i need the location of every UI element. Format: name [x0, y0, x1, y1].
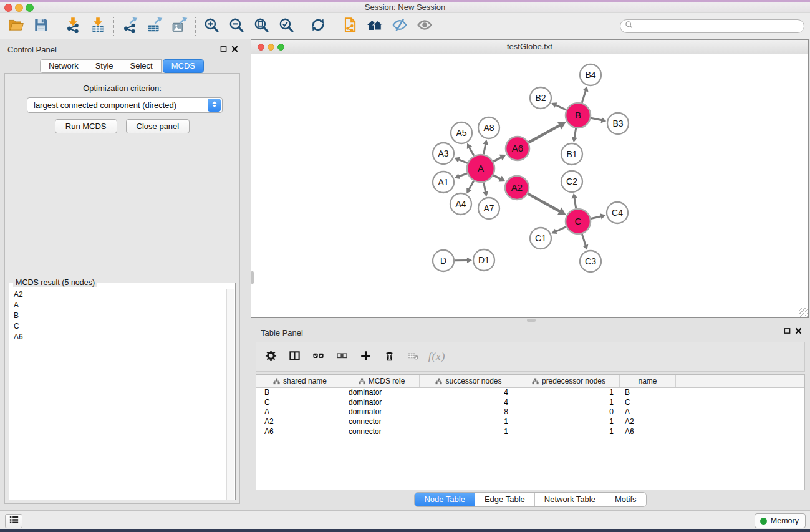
tab-node-table[interactable]: Node Table — [415, 493, 475, 506]
export-table-button[interactable] — [142, 15, 167, 37]
edge-A2-C[interactable] — [528, 194, 560, 211]
table-row[interactable]: Bdominator41B — [256, 388, 804, 398]
network-window-titlebar[interactable]: testGlobe.txt — [251, 40, 808, 54]
cell[interactable]: 0 — [518, 407, 620, 417]
close-panel-button[interactable]: Close panel — [126, 119, 190, 133]
table-row[interactable]: Adominator80A — [256, 407, 804, 417]
tab-edge-table[interactable]: Edge Table — [475, 493, 535, 506]
vertical-scrollbar-thumb[interactable] — [251, 271, 254, 284]
zoom-in-button[interactable] — [199, 15, 224, 37]
table-settings-button[interactable] — [261, 346, 281, 367]
cell[interactable]: 1 — [518, 417, 620, 427]
edge-B-B2[interactable] — [556, 105, 566, 110]
mcds-result-item[interactable]: A — [9, 299, 227, 310]
cell[interactable]: 4 — [420, 398, 518, 408]
cell[interactable]: 4 — [420, 388, 518, 398]
delete-column-button[interactable] — [380, 346, 399, 367]
import-table-button[interactable] — [85, 15, 110, 37]
cell[interactable]: 1 — [420, 417, 518, 427]
cell[interactable]: dominator — [344, 388, 420, 398]
edge-A-A2[interactable] — [493, 175, 501, 179]
column-header-MCDS-role[interactable]: MCDS role — [344, 375, 420, 387]
hide-panels-button[interactable] — [387, 15, 412, 37]
cell[interactable]: A2 — [620, 417, 676, 427]
network-zoom-icon[interactable] — [277, 44, 284, 51]
tab-mcds[interactable]: MCDS — [163, 59, 204, 73]
edge-A6-B[interactable] — [529, 125, 560, 143]
tab-select[interactable]: Select — [122, 59, 162, 73]
edge-C-C2[interactable] — [574, 198, 576, 208]
minimize-window-icon[interactable] — [15, 4, 23, 12]
mcds-result-item[interactable]: A6 — [9, 331, 227, 342]
edge-B-B3[interactable] — [591, 118, 602, 120]
refresh-button[interactable] — [306, 15, 330, 37]
edge-A-A6[interactable] — [493, 157, 501, 162]
cell[interactable]: 8 — [420, 407, 518, 417]
cell[interactable]: dominator — [344, 407, 420, 417]
tab-network[interactable]: Network — [40, 59, 87, 73]
cell[interactable]: A2 — [256, 417, 344, 427]
edge-C-C1[interactable] — [556, 227, 566, 232]
run-mcds-button[interactable]: Run MCDS — [55, 119, 117, 133]
show-panel-button[interactable] — [412, 15, 437, 37]
zoom-out-button[interactable] — [224, 15, 249, 37]
column-header-predecessor-nodes[interactable]: predecessor nodes — [518, 375, 620, 387]
cell[interactable]: 1 — [420, 427, 518, 437]
cell[interactable]: C — [620, 398, 676, 408]
mcds-result-item[interactable]: B — [9, 310, 227, 321]
tab-motifs[interactable]: Motifs — [605, 493, 646, 506]
cell[interactable]: A — [256, 407, 344, 417]
cell[interactable]: A6 — [620, 427, 676, 437]
close-panel-icon[interactable] — [230, 45, 239, 54]
cell[interactable]: 1 — [518, 427, 620, 437]
memory-button[interactable]: Memory — [755, 513, 806, 528]
task-history-button[interactable] — [5, 514, 22, 528]
export-image-button[interactable] — [167, 15, 192, 37]
cell[interactable]: 1 — [518, 398, 620, 408]
cell[interactable]: dominator — [344, 398, 420, 408]
cell[interactable]: A6 — [256, 427, 344, 437]
edge-A-A3[interactable] — [458, 160, 467, 163]
edge-A-A5[interactable] — [469, 147, 474, 156]
cell[interactable]: B — [256, 388, 344, 398]
deselect-all-columns-button[interactable] — [332, 346, 352, 367]
new-network-button[interactable] — [337, 15, 362, 37]
edge-A-A4[interactable] — [469, 181, 474, 190]
criterion-select[interactable]: largest connected component (directed) — [27, 97, 223, 113]
table-float-panel-icon[interactable] — [783, 327, 791, 336]
edge-B-B1[interactable] — [574, 128, 576, 138]
import-network-button[interactable] — [60, 15, 85, 37]
zoom-fit-button[interactable] — [249, 15, 274, 37]
mcds-result-item[interactable]: C — [9, 321, 227, 331]
tab-style[interactable]: Style — [87, 59, 122, 73]
edge-A-A7[interactable] — [484, 183, 486, 193]
result-scrollbar[interactable] — [226, 289, 234, 500]
table-close-panel-icon[interactable] — [794, 327, 803, 336]
cell[interactable]: connector — [344, 427, 420, 437]
edge-C-C4[interactable] — [591, 216, 601, 219]
column-header-name[interactable]: name — [620, 375, 676, 387]
search-input[interactable] — [620, 19, 804, 33]
cell[interactable]: A — [620, 407, 676, 417]
cell[interactable]: 1 — [518, 388, 620, 398]
edge-A-A1[interactable] — [459, 173, 468, 177]
save-session-button[interactable] — [29, 15, 54, 37]
edge-B-B4[interactable] — [582, 90, 586, 103]
select-all-columns-button[interactable] — [309, 346, 328, 367]
edge-A-A8[interactable] — [484, 144, 486, 155]
zoom-window-icon[interactable] — [26, 4, 34, 12]
float-panel-icon[interactable] — [219, 45, 228, 54]
table-row[interactable]: A2connector11A2 — [256, 417, 804, 427]
mcds-result-list[interactable]: A2ABCA6 — [9, 289, 227, 500]
toggle-column-view-button[interactable] — [285, 346, 304, 367]
network-minimize-icon[interactable] — [268, 44, 274, 51]
column-header-shared-name[interactable]: shared name — [256, 375, 344, 387]
window-resize-grip[interactable] — [799, 308, 808, 317]
cell[interactable]: connector — [344, 417, 420, 427]
column-header-successor-nodes[interactable]: successor nodes — [420, 375, 518, 387]
network-close-icon[interactable] — [258, 44, 264, 51]
zoom-selected-button[interactable] — [274, 15, 299, 37]
home-button[interactable] — [362, 15, 387, 37]
table-row[interactable]: A6connector11A6 — [256, 427, 804, 437]
node-table[interactable]: shared nameMCDS rolesuccessor nodesprede… — [256, 374, 805, 490]
